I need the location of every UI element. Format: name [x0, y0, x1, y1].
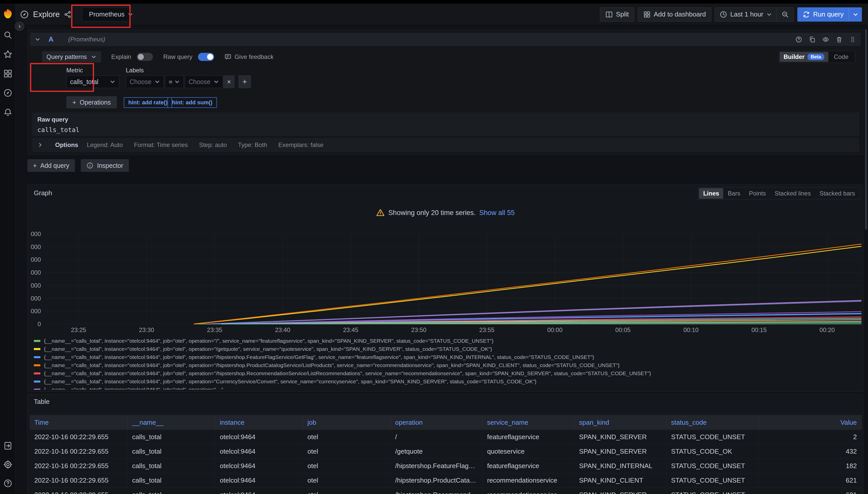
- builder-mode-tab[interactable]: Builder Beta: [780, 52, 828, 62]
- hint-add-rate-button[interactable]: hint: add rate(): [124, 97, 172, 108]
- sign-in-icon[interactable]: [3, 441, 13, 450]
- top-black-strip: [0, 0, 868, 3]
- legend-item[interactable]: {__name__="calls_total", instance="otelc…: [34, 345, 860, 353]
- drag-handle-icon[interactable]: [849, 36, 856, 43]
- search-icon[interactable]: [3, 31, 13, 40]
- refresh-icon: [802, 11, 810, 18]
- explore-icon[interactable]: [3, 88, 13, 97]
- svg-text:23:25: 23:25: [71, 326, 86, 333]
- warning-triangle-icon: [376, 208, 385, 217]
- chevron-down-icon: [853, 12, 858, 17]
- graph-mode-points[interactable]: Points: [745, 188, 770, 199]
- inspector-button[interactable]: Inspector: [81, 159, 129, 172]
- label-value-select[interactable]: Choose: [185, 75, 223, 88]
- duplicate-query-icon[interactable]: [809, 36, 816, 43]
- table-cell: STATUS_CODE_UNSET: [667, 488, 759, 494]
- share-icon[interactable]: [64, 11, 71, 18]
- zoom-out-time-button[interactable]: [777, 7, 794, 21]
- add-to-dashboard-button[interactable]: Add to dashboard: [638, 7, 711, 22]
- table-row[interactable]: 2022-10-16 00:22:29.655calls_totalotelco…: [30, 473, 862, 488]
- toggle-visibility-eye-icon[interactable]: [822, 36, 829, 43]
- column-header-statuscode[interactable]: status_code: [667, 415, 759, 430]
- alerting-bell-icon[interactable]: [3, 108, 13, 117]
- option-summary-item: Exemplars: false: [278, 141, 323, 149]
- time-picker-group: Last 1 hour: [715, 7, 794, 22]
- label-operator-select[interactable]: =: [165, 75, 184, 88]
- column-header-time[interactable]: Time: [30, 415, 128, 430]
- give-feedback-label: Give feedback: [235, 53, 273, 60]
- hint-add-sum-button[interactable]: hint: add sum(): [167, 97, 217, 108]
- table-row[interactable]: 2022-10-16 00:22:29.655calls_totalotelco…: [30, 430, 862, 444]
- column-header-operation[interactable]: operation: [391, 415, 483, 430]
- starred-icon[interactable]: [3, 50, 13, 59]
- sidebar-expand-button[interactable]: ›: [14, 20, 25, 32]
- run-query-dropdown[interactable]: [849, 7, 862, 22]
- table-header-row: Time__name__instancejoboperationservice_…: [30, 415, 862, 430]
- svg-text:23:35: 23:35: [207, 326, 222, 333]
- split-button[interactable]: Split: [600, 7, 634, 22]
- column-header-servicename[interactable]: service_name: [483, 415, 575, 430]
- grafana-logo[interactable]: [2, 8, 14, 19]
- graph-mode-lines[interactable]: Lines: [699, 188, 723, 199]
- legend-item-partial[interactable]: {__name__="calls_total", instance="otelc…: [34, 386, 860, 390]
- chevron-down-icon: [91, 54, 96, 60]
- collapse-chevron-icon[interactable]: [35, 37, 40, 42]
- query-row-header[interactable]: A (Prometheus): [30, 33, 861, 46]
- graph-mode-stacked-lines[interactable]: Stacked lines: [771, 188, 815, 199]
- legend-item[interactable]: {__name__="calls_total", instance="otelc…: [34, 337, 860, 345]
- graph-mode-switcher: LinesBarsPointsStacked linesStacked bars: [698, 187, 860, 200]
- query-options-bar[interactable]: Options Legend: AutoFormat: Time seriesS…: [32, 138, 859, 152]
- dashboards-icon[interactable]: [3, 69, 13, 78]
- run-query-button[interactable]: Run query: [797, 7, 862, 22]
- add-operation-button[interactable]: + Operations: [66, 96, 117, 108]
- add-label-filter-button[interactable]: +: [239, 75, 251, 88]
- table-cell: calls_total: [128, 488, 215, 494]
- page-scrollbar[interactable]: [865, 29, 867, 230]
- delete-query-trash-icon[interactable]: [836, 36, 843, 43]
- explain-toggle[interactable]: [137, 53, 153, 61]
- legend-item[interactable]: {__name__="calls_total", instance="otelc…: [34, 369, 860, 378]
- legend-item[interactable]: {__name__="calls_total", instance="otelc…: [34, 353, 860, 361]
- help-icon[interactable]: [3, 479, 13, 488]
- table-row[interactable]: 2022-10-16 00:22:29.655calls_totalotelco…: [30, 488, 862, 494]
- raw-query-toggle[interactable]: [198, 53, 214, 61]
- graph-panel-title: Graph: [34, 189, 52, 197]
- table-row[interactable]: 2022-10-16 00:22:29.655calls_totalotelco…: [30, 459, 862, 473]
- table-row[interactable]: 2022-10-16 00:22:29.655calls_totalotelco…: [30, 444, 862, 459]
- info-circle-icon: [86, 162, 93, 169]
- column-header-value[interactable]: Value: [759, 415, 862, 430]
- code-mode-tab[interactable]: Code: [828, 52, 854, 62]
- svg-text:23:45: 23:45: [343, 326, 358, 333]
- svg-text:00:20: 00:20: [819, 326, 835, 333]
- graph-mode-bars[interactable]: Bars: [724, 188, 744, 199]
- graph-mode-stacked-bars[interactable]: Stacked bars: [815, 188, 859, 199]
- legend-item[interactable]: {__name__="calls_total", instance="otelc…: [34, 361, 860, 369]
- table-cell: calls_total: [128, 444, 215, 458]
- split-label: Split: [616, 11, 629, 18]
- column-header-instance[interactable]: instance: [215, 415, 303, 430]
- configuration-gear-icon[interactable]: [3, 460, 13, 469]
- table-cell: SPAN_KIND_SERVER: [575, 444, 667, 458]
- label-key-select[interactable]: Choose: [126, 75, 164, 88]
- table-panel: Table Time__name__instancejoboperationse…: [28, 394, 864, 494]
- column-header-name[interactable]: __name__: [128, 415, 215, 430]
- remove-label-filter-button[interactable]: ×: [223, 75, 235, 88]
- column-header-spankind[interactable]: span_kind: [575, 415, 667, 430]
- query-patterns-dropdown[interactable]: Query patterns: [42, 51, 101, 62]
- legend-item[interactable]: {__name__="calls_total", instance="otelc…: [34, 378, 860, 386]
- give-feedback-link[interactable]: Give feedback: [224, 53, 273, 60]
- graph-legend: {__name__="calls_total", instance="otelc…: [34, 337, 860, 390]
- plus-icon: +: [33, 162, 37, 169]
- add-query-button[interactable]: + Add query: [28, 159, 75, 172]
- legend-color-chip: [34, 348, 40, 350]
- time-series-chart[interactable]: 0200040006000800010000120001400023:2523:…: [31, 226, 862, 334]
- datasource-picker[interactable]: Prometheus: [82, 7, 132, 21]
- time-range-picker[interactable]: Last 1 hour: [715, 7, 777, 21]
- svg-text:00:00: 00:00: [547, 326, 563, 333]
- query-help-icon[interactable]: [795, 36, 802, 43]
- explore-compass-icon: [20, 10, 29, 19]
- show-all-series-link[interactable]: Show all 55: [479, 209, 515, 217]
- svg-text:0: 0: [38, 321, 41, 327]
- metric-select[interactable]: calls_total: [66, 75, 119, 88]
- column-header-job[interactable]: job: [303, 415, 391, 430]
